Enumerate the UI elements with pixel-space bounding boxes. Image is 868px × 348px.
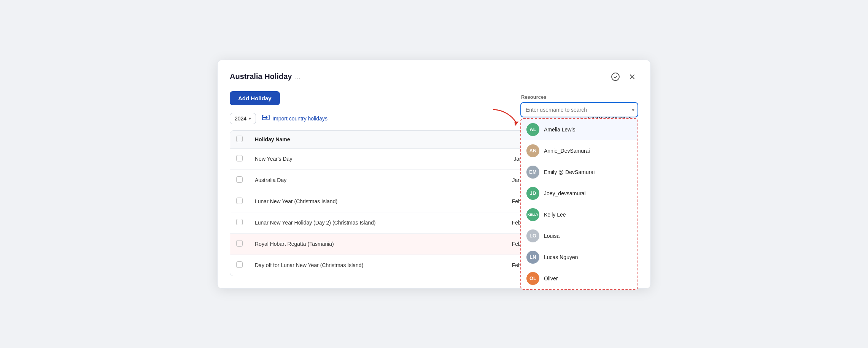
col-holiday-name: Holiday Name <box>249 131 493 149</box>
select-all-checkbox[interactable] <box>236 136 243 142</box>
users-list: AL Amelia Lewis AN Annie_DevSamurai EM E… <box>521 119 637 289</box>
row-holiday-name: Day off for Lunar New Year (Christmas Is… <box>249 255 493 276</box>
modal-header: Australia Holiday ... <box>230 71 638 83</box>
user-name: Joey_devsamurai <box>544 190 586 196</box>
import-icon <box>262 114 270 123</box>
row-holiday-name: New Year's Day <box>249 148 493 169</box>
user-name: Oliver <box>544 275 558 282</box>
user-list-item[interactable]: AN Annie_DevSamurai <box>521 140 637 161</box>
import-link[interactable]: Import country holidays <box>262 114 327 123</box>
search-input[interactable] <box>520 102 638 117</box>
row-checkbox[interactable] <box>236 261 243 268</box>
users-dropdown: AL Amelia Lewis AN Annie_DevSamurai EM E… <box>520 118 638 290</box>
user-name: Kelly Lee <box>544 212 566 218</box>
modal-title: Australia Holiday ... <box>230 72 300 81</box>
australia-holiday-modal: Australia Holiday ... Add Holiday 2024 ▾ <box>217 60 651 289</box>
user-name: Lucas Nguyen <box>544 254 578 260</box>
user-list-item[interactable]: AL Amelia Lewis <box>521 119 637 140</box>
row-checkbox-cell <box>230 169 249 191</box>
row-checkbox-cell <box>230 212 249 233</box>
row-checkbox[interactable] <box>236 198 243 204</box>
user-list-item[interactable]: LN Lucas Nguyen <box>521 247 637 268</box>
resources-label: Resources <box>520 94 638 100</box>
year-selector[interactable]: 2024 ▾ <box>230 113 256 124</box>
row-holiday-name: Royal Hobart Regatta (Tasmania) <box>249 233 493 255</box>
row-checkbox[interactable] <box>236 240 243 247</box>
row-holiday-name: Australia Day <box>249 169 493 191</box>
row-checkbox[interactable] <box>236 219 243 225</box>
row-checkbox-cell <box>230 255 249 276</box>
user-list-item[interactable]: KELLY Kelly Lee <box>521 204 637 225</box>
col-checkbox <box>230 131 249 149</box>
modal-title-dots: ... <box>295 73 300 81</box>
user-name: Emily @ DevSamurai <box>544 169 595 175</box>
year-value: 2024 <box>235 115 246 122</box>
modal-title-text: Australia Holiday <box>230 72 292 81</box>
svg-point-0 <box>612 73 619 81</box>
row-checkbox[interactable] <box>236 155 243 161</box>
search-input-wrap: ▾ <box>520 102 638 117</box>
confirm-button[interactable] <box>609 71 622 83</box>
user-name: Amelia Lewis <box>544 127 575 133</box>
import-label: Import country holidays <box>272 115 327 122</box>
user-list-item[interactable]: JD Joey_devsamurai <box>521 183 637 204</box>
modal-header-actions <box>609 71 638 83</box>
row-checkbox-cell <box>230 233 249 255</box>
user-list-item[interactable]: OL Oliver <box>521 268 637 289</box>
chevron-down-icon: ▾ <box>249 116 251 121</box>
resources-panel: Resources ▾ AL Amelia Lewis AN Annie_Dev… <box>520 94 638 290</box>
close-button[interactable] <box>626 71 638 83</box>
row-checkbox[interactable] <box>236 176 243 183</box>
row-checkbox-cell <box>230 148 249 169</box>
row-checkbox-cell <box>230 191 249 212</box>
add-holiday-button[interactable]: Add Holiday <box>230 91 280 105</box>
row-holiday-name: Lunar New Year (Christmas Island) <box>249 191 493 212</box>
user-list-item[interactable]: EM Emily @ DevSamurai <box>521 161 637 183</box>
row-holiday-name: Lunar New Year Holiday (Day 2) (Christma… <box>249 212 493 233</box>
user-list-item[interactable]: LO Louisa <box>521 225 637 247</box>
user-name: Louisa <box>544 233 560 239</box>
user-name: Annie_DevSamurai <box>544 148 590 154</box>
